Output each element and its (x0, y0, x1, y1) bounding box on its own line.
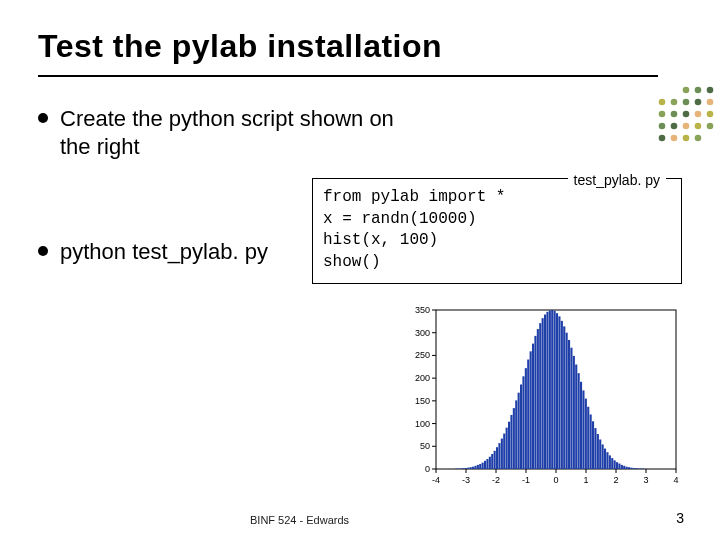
footer-center: BINF 524 - Edwards (250, 514, 349, 526)
bullet-text: python test_pylab. py (60, 238, 268, 266)
svg-text:4: 4 (673, 475, 678, 485)
code-line: hist(x, 100) (323, 231, 438, 249)
svg-point-10 (683, 111, 690, 118)
svg-rect-101 (561, 321, 563, 469)
svg-rect-120 (606, 452, 608, 469)
bullet-item: Create the python script shown on the ri… (38, 105, 398, 160)
svg-rect-69 (484, 461, 486, 469)
svg-text:0: 0 (553, 475, 558, 485)
svg-rect-68 (482, 463, 484, 469)
svg-text:0: 0 (425, 464, 430, 474)
svg-rect-105 (570, 348, 572, 469)
svg-rect-77 (503, 434, 505, 469)
title-underline (38, 75, 658, 77)
svg-rect-70 (486, 459, 488, 469)
svg-rect-127 (623, 466, 625, 469)
svg-rect-97 (551, 310, 553, 469)
svg-point-15 (683, 123, 690, 130)
svg-rect-71 (489, 457, 491, 469)
svg-point-4 (671, 99, 678, 106)
svg-rect-115 (594, 428, 596, 469)
code-box: from pylab import * x = randn(10000) his… (312, 178, 682, 284)
svg-rect-74 (496, 447, 498, 469)
svg-point-3 (659, 99, 666, 106)
svg-rect-128 (626, 467, 628, 469)
svg-rect-108 (578, 373, 580, 469)
svg-rect-131 (633, 468, 635, 469)
svg-rect-113 (590, 414, 592, 469)
svg-rect-107 (575, 365, 577, 469)
code-legend: test_pylab. py (568, 172, 666, 188)
code-group: test_pylab. py from pylab import * x = r… (312, 178, 682, 284)
page-number: 3 (676, 510, 684, 526)
svg-point-19 (671, 135, 678, 142)
svg-point-18 (659, 135, 666, 142)
svg-text:200: 200 (415, 373, 430, 383)
svg-rect-90 (534, 336, 536, 469)
svg-rect-82 (515, 400, 517, 469)
svg-rect-81 (513, 408, 515, 469)
svg-rect-92 (539, 323, 541, 469)
svg-rect-124 (616, 462, 618, 469)
svg-point-5 (683, 99, 690, 106)
svg-point-8 (659, 111, 666, 118)
svg-rect-111 (585, 399, 587, 469)
svg-point-6 (695, 99, 702, 106)
svg-rect-60 (462, 468, 464, 469)
svg-text:2: 2 (613, 475, 618, 485)
svg-rect-88 (530, 351, 532, 469)
svg-rect-83 (518, 393, 520, 469)
svg-rect-117 (599, 439, 601, 469)
svg-rect-104 (568, 340, 570, 469)
code-line: show() (323, 253, 381, 271)
svg-rect-100 (558, 316, 560, 469)
svg-rect-67 (479, 464, 481, 469)
bullet-dot-icon (38, 113, 48, 123)
code-line: x = randn(10000) (323, 210, 477, 228)
svg-rect-123 (614, 460, 616, 469)
svg-point-0 (683, 87, 690, 94)
svg-rect-62 (467, 468, 469, 469)
svg-point-21 (695, 135, 702, 142)
svg-rect-126 (621, 465, 623, 469)
svg-point-1 (695, 87, 702, 94)
svg-point-16 (695, 123, 702, 130)
histogram-chart: -4-3-2-101234050100150200250300350 (396, 300, 684, 495)
svg-point-13 (659, 123, 666, 130)
svg-point-14 (671, 123, 678, 130)
svg-text:-1: -1 (522, 475, 530, 485)
svg-rect-93 (542, 318, 544, 469)
svg-rect-86 (525, 368, 527, 469)
svg-rect-132 (635, 468, 637, 469)
svg-rect-95 (546, 312, 548, 469)
svg-rect-89 (532, 344, 534, 469)
svg-text:350: 350 (415, 305, 430, 315)
svg-point-17 (707, 123, 714, 130)
svg-rect-94 (544, 315, 546, 469)
svg-text:1: 1 (583, 475, 588, 485)
svg-rect-63 (470, 467, 472, 469)
svg-rect-130 (630, 468, 632, 469)
svg-rect-85 (522, 376, 524, 469)
slide: Test the pylab installation Create the p… (0, 0, 720, 540)
svg-rect-122 (611, 458, 613, 469)
svg-text:-4: -4 (432, 475, 440, 485)
svg-rect-79 (508, 422, 510, 469)
svg-point-11 (695, 111, 702, 118)
svg-text:-2: -2 (492, 475, 500, 485)
svg-rect-65 (474, 466, 476, 469)
code-line: from pylab import * (323, 188, 505, 206)
svg-rect-106 (573, 356, 575, 469)
svg-point-9 (671, 111, 678, 118)
bullet-text: Create the python script shown on the ri… (60, 105, 398, 160)
svg-text:-3: -3 (462, 475, 470, 485)
svg-text:300: 300 (415, 328, 430, 338)
svg-text:100: 100 (415, 419, 430, 429)
svg-rect-99 (556, 313, 558, 469)
decor-dots-icon (656, 84, 720, 142)
svg-text:250: 250 (415, 350, 430, 360)
svg-rect-98 (554, 311, 556, 469)
slide-title: Test the pylab installation (38, 28, 682, 65)
svg-rect-110 (582, 390, 584, 469)
svg-rect-73 (494, 451, 496, 469)
